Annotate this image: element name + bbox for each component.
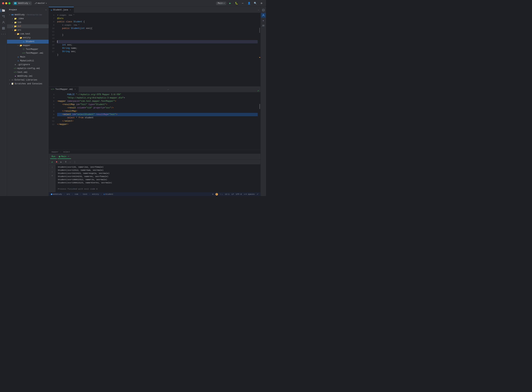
scroll-end-button[interactable]: ↓ xyxy=(68,160,72,164)
resume-button[interactable]: ▶ xyxy=(59,160,63,164)
code-editor-student[interactable]: 6 7 8 9 10 11 12 13 14 15 16 17 4 xyxy=(49,13,261,87)
tree-item-out[interactable]: ▾ 📂 out xyxy=(7,24,49,28)
status-right: ⚙ 2 ↑ ↓ 12:1 LF UTF-8 xyxy=(211,193,259,196)
tab-close-main[interactable]: × xyxy=(67,155,70,158)
scrollbar-testmapper[interactable] xyxy=(259,92,261,150)
pause-button[interactable]: ⏸ xyxy=(64,160,68,164)
right-active-icon[interactable] xyxy=(261,13,266,18)
status-breadcrumb-src[interactable]: src xyxy=(66,192,71,196)
tree-label-src: src xyxy=(17,29,21,31)
tree-label-comtest: com.test xyxy=(20,33,30,35)
tab-testmapper-xml[interactable]: </> TestMapper.xml × xyxy=(49,87,79,92)
sidebar-item-project[interactable] xyxy=(1,8,6,13)
status-breadcrumb-com[interactable]: com xyxy=(74,192,79,196)
status-warnings[interactable]: 2 xyxy=(215,193,219,196)
tree-item-idea[interactable]: ▸ 📁 .idea xyxy=(7,17,49,21)
right-people-icon[interactable] xyxy=(261,23,266,28)
status-breadcrumb-entity[interactable]: entity xyxy=(91,192,100,196)
tree-item-mapper[interactable]: ▾ 📂 mapper xyxy=(7,44,49,47)
scroll-down-button2[interactable]: ↓ xyxy=(50,170,54,173)
search-button[interactable]: 🔍 xyxy=(253,1,258,6)
scroll-up-button[interactable]: ↑ xyxy=(50,166,54,169)
tab-run[interactable]: Run xyxy=(50,155,57,159)
java-status-icon: ◎ xyxy=(104,193,105,195)
status-expand[interactable]: ⤢ xyxy=(256,193,259,195)
code-line: <mapper namespace="com.test.mapper.TestM… xyxy=(57,100,258,103)
warning-badge: 2 xyxy=(215,193,218,196)
sidebar-header-more[interactable]: ⋯ xyxy=(45,9,47,11)
more-toolbar-button[interactable]: ⋮ xyxy=(73,160,77,164)
tab-student-java[interactable]: ◎ Student.java × xyxy=(49,7,74,13)
tree-item-lib[interactable]: ▸ 📁 lib xyxy=(7,21,49,24)
tree-item-comtest[interactable]: ▾ 📂 com.test xyxy=(7,32,49,36)
tree-item-ext-libs[interactable]: ▸ 🗃 External Libraries xyxy=(7,78,49,82)
status-position[interactable]: 12:1 xyxy=(224,193,230,195)
tree-item-entity[interactable]: ▾ 📂 entity xyxy=(7,36,49,40)
tree-label-student: Student xyxy=(26,40,34,43)
status-settings[interactable]: ⚙ xyxy=(211,193,214,195)
more-options-button[interactable]: ⋯ xyxy=(240,1,245,6)
tree-item-webstudy-iml[interactable]: ◼ WebStudy.iml xyxy=(7,74,49,78)
status-indent[interactable]: ⇥ 4 spaces xyxy=(243,193,255,195)
close-button[interactable] xyxy=(2,2,4,4)
stop-button[interactable]: ■ xyxy=(55,160,59,164)
activity-bar: ··· xyxy=(0,7,7,196)
git-icon xyxy=(2,15,5,18)
ws-logo: WS xyxy=(14,2,17,5)
branch-selector[interactable]: ⎇ master ▾ xyxy=(33,1,48,5)
tree-item-mybatisutil[interactable]: ◎ MybatisUtil xyxy=(7,59,49,63)
tree-item-webstudy[interactable]: ▾ WS WebStudy ~/Desktop/CS/Jav xyxy=(7,13,49,17)
code-content-testmapper[interactable]: PUBLIC "-//mybatis.org//DTD Mapper 3.0//… xyxy=(56,92,259,150)
svg-rect-8 xyxy=(2,28,3,28)
ext-libs-icon: 🗃 xyxy=(11,79,14,81)
tab-close-testmapper[interactable]: × xyxy=(74,88,76,91)
svg-rect-11 xyxy=(3,29,5,29)
profile-button[interactable]: 👤 xyxy=(247,1,251,6)
maximize-button[interactable] xyxy=(8,2,10,4)
status-breadcrumb-test[interactable]: test xyxy=(82,192,88,196)
project-selector[interactable]: WS WebStudy ▾ xyxy=(13,1,32,5)
run-button[interactable]: ▶ xyxy=(228,1,233,6)
settings-button[interactable]: ⚙ xyxy=(259,1,264,6)
folder-icon xyxy=(2,9,5,12)
tree-item-testmapper-xml[interactable]: </> TestMapper.xml xyxy=(7,51,49,55)
debug-button[interactable]: 🐛 xyxy=(234,1,239,6)
status-arrows[interactable]: ↑ ↓ xyxy=(219,193,224,195)
scrollbar-student[interactable] xyxy=(259,13,261,87)
code-line: <result column="sid" property="xxx"/> xyxy=(57,106,258,110)
tree-item-scratches[interactable]: ▸ 📝 Scratches and Consoles xyxy=(7,82,49,86)
code-editor-testmapper[interactable]: 3 4 5 6 7 8 9 10 11 12 PUBLIC "-//mybati… xyxy=(49,92,261,150)
sidebar-item-structure[interactable] xyxy=(1,25,6,31)
status-webstudy[interactable]: WebStudy xyxy=(50,192,63,196)
gitignore-icon: ⊘ xyxy=(14,63,17,66)
tree-label-gitignore: .gitignore xyxy=(17,63,30,66)
tree-item-student[interactable]: ◎ Student xyxy=(7,40,49,44)
tab-main[interactable]: Main × xyxy=(57,155,71,159)
folder-entity-icon: 📂 xyxy=(19,36,22,39)
tree-item-testmapper-java[interactable]: ⓘ TestMapper xyxy=(7,47,49,51)
status-line-ending[interactable]: LF xyxy=(231,193,234,195)
status-breadcrumb-student[interactable]: ◎ Student xyxy=(103,192,114,196)
code-content-student[interactable]: 4 usages new * @Data public class Studen… xyxy=(56,13,259,87)
tree-item-mybatis-config[interactable]: </> mybatis-config.xml xyxy=(7,66,49,70)
xml-text-icon: </> xyxy=(14,71,17,74)
right-db-icon[interactable] xyxy=(261,8,266,13)
status-encoding[interactable]: UTF-8 xyxy=(235,193,243,195)
sidebar-item-git[interactable] xyxy=(1,14,6,19)
minimize-button[interactable] xyxy=(5,2,7,4)
tabs-more-button[interactable]: ⋯ xyxy=(257,7,261,13)
wrap-button[interactable]: ≡ xyxy=(50,174,54,178)
run-config-selector[interactable]: Main ▾ xyxy=(216,2,226,5)
rerun-button[interactable]: ↺ xyxy=(50,160,54,164)
sidebar-item-collab[interactable] xyxy=(1,19,6,25)
tab-close-student[interactable]: × xyxy=(69,9,72,11)
code-line: </mapper> xyxy=(57,123,258,126)
tree-item-text-xml[interactable]: </> text.xml xyxy=(7,70,49,74)
tree-item-src[interactable]: ▾ 📂 src xyxy=(7,28,49,32)
tree-item-main[interactable]: ◎ Main xyxy=(7,55,49,59)
sidebar-item-more[interactable]: ··· xyxy=(1,31,6,37)
tree-arrow: ▾ xyxy=(8,14,11,16)
tabs-more-button-2[interactable]: ⋯ xyxy=(166,87,170,92)
right-ai-icon[interactable]: ✦ xyxy=(261,18,266,23)
tree-item-gitignore[interactable]: ⊘ .gitignore xyxy=(7,63,49,66)
